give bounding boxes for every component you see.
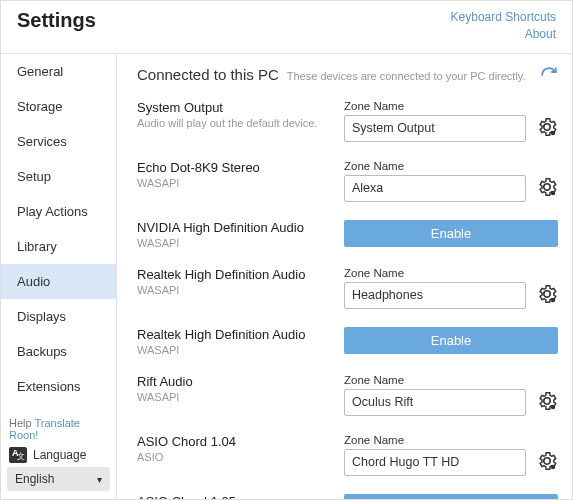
device-info: Echo Dot-8K9 StereoWASAPI — [137, 160, 332, 189]
device-info: Rift AudioWASAPI — [137, 374, 332, 403]
sidebar-nav: GeneralStorageServicesSetupPlay ActionsL… — [1, 54, 116, 413]
device-row: ASIO Chord 1.04ASIOZone Name — [137, 434, 558, 476]
zone-block: Zone Name — [344, 434, 526, 476]
device-driver: WASAPI — [137, 391, 332, 403]
device-info: NVIDIA High Definition AudioWASAPI — [137, 220, 332, 249]
device-name: NVIDIA High Definition Audio — [137, 220, 332, 235]
device-info: ASIO Chord 1.05ASIO — [137, 494, 332, 499]
chevron-down-icon: ▾ — [97, 474, 102, 485]
device-controls: Enable — [344, 494, 558, 499]
gear-icon[interactable] — [536, 283, 558, 305]
device-row: Realtek High Definition AudioWASAPIEnabl… — [137, 327, 558, 356]
help-prefix: Help — [9, 417, 34, 429]
header: Settings Keyboard Shortcuts About — [1, 1, 572, 54]
device-name: ASIO Chord 1.04 — [137, 434, 332, 449]
device-row: NVIDIA High Definition AudioWASAPIEnable — [137, 220, 558, 249]
language-label-row: Language — [7, 445, 110, 467]
section-header: Connected to this PC These devices are c… — [137, 66, 558, 84]
device-name: Rift Audio — [137, 374, 332, 389]
about-link[interactable]: About — [451, 26, 556, 43]
enable-button[interactable]: Enable — [344, 327, 558, 354]
help-translate-line: Help Translate Roon! — [7, 413, 110, 445]
gear-icon[interactable] — [536, 450, 558, 472]
device-info: System OutputAudio will play out the def… — [137, 100, 332, 129]
sidebar-item-extensions[interactable]: Extensions — [1, 369, 116, 404]
device-driver: ASIO — [137, 451, 332, 463]
sidebar-item-play-actions[interactable]: Play Actions — [1, 194, 116, 229]
device-controls: Zone Name — [344, 267, 558, 309]
gear-icon[interactable] — [536, 116, 558, 138]
zone-name-label: Zone Name — [344, 267, 526, 279]
zone-name-label: Zone Name — [344, 434, 526, 446]
svg-point-0 — [551, 130, 556, 135]
zone-name-label: Zone Name — [344, 160, 526, 172]
device-row: System OutputAudio will play out the def… — [137, 100, 558, 142]
refresh-icon[interactable] — [540, 66, 558, 84]
language-select[interactable]: English ▾ — [7, 467, 110, 491]
device-controls: Enable — [344, 327, 558, 354]
zone-name-input[interactable] — [344, 282, 526, 309]
main-panel: Connected to this PC These devices are c… — [117, 54, 572, 499]
device-name: ASIO Chord 1.05 — [137, 494, 332, 499]
device-row: ASIO Chord 1.05ASIOEnable — [137, 494, 558, 499]
language-label: Language — [33, 448, 86, 462]
sidebar: GeneralStorageServicesSetupPlay ActionsL… — [1, 54, 117, 499]
device-row: Echo Dot-8K9 StereoWASAPIZone Name — [137, 160, 558, 202]
device-info: Realtek High Definition AudioWASAPI — [137, 327, 332, 356]
device-driver: WASAPI — [137, 237, 332, 249]
svg-point-2 — [551, 297, 556, 302]
device-controls: Zone Name — [344, 374, 558, 416]
zone-block: Zone Name — [344, 374, 526, 416]
sidebar-item-account[interactable]: Account — [1, 404, 116, 413]
device-controls: Zone Name — [344, 160, 558, 202]
sidebar-item-setup[interactable]: Setup — [1, 159, 116, 194]
zone-name-input[interactable] — [344, 175, 526, 202]
device-name: Realtek High Definition Audio — [137, 327, 332, 342]
sidebar-item-general[interactable]: General — [1, 54, 116, 89]
zone-name-label: Zone Name — [344, 374, 526, 386]
zone-name-input[interactable] — [344, 449, 526, 476]
device-driver: WASAPI — [137, 177, 332, 189]
device-driver: Audio will play out the default device. — [137, 117, 332, 129]
device-name: Echo Dot-8K9 Stereo — [137, 160, 332, 175]
gear-icon[interactable] — [536, 176, 558, 198]
sidebar-item-backups[interactable]: Backups — [1, 334, 116, 369]
language-icon — [9, 447, 27, 463]
section-subtitle: These devices are connected to your PC d… — [287, 70, 526, 82]
keyboard-shortcuts-link[interactable]: Keyboard Shortcuts — [451, 9, 556, 26]
sidebar-item-library[interactable]: Library — [1, 229, 116, 264]
device-name: Realtek High Definition Audio — [137, 267, 332, 282]
sidebar-item-storage[interactable]: Storage — [1, 89, 116, 124]
device-driver: WASAPI — [137, 284, 332, 296]
zone-block: Zone Name — [344, 267, 526, 309]
page-title: Settings — [17, 9, 96, 43]
device-controls: Enable — [344, 220, 558, 247]
zone-block: Zone Name — [344, 100, 526, 142]
device-name: System Output — [137, 100, 332, 115]
sidebar-footer: Help Translate Roon! Language English ▾ — [1, 413, 116, 499]
device-row: Realtek High Definition AudioWASAPIZone … — [137, 267, 558, 309]
header-links: Keyboard Shortcuts About — [451, 9, 556, 43]
enable-button[interactable]: Enable — [344, 494, 558, 499]
section-title: Connected to this PC — [137, 66, 279, 83]
sidebar-item-services[interactable]: Services — [1, 124, 116, 159]
device-row: Rift AudioWASAPIZone Name — [137, 374, 558, 416]
zone-name-input[interactable] — [344, 115, 526, 142]
device-list: System OutputAudio will play out the def… — [137, 100, 558, 499]
device-info: ASIO Chord 1.04ASIO — [137, 434, 332, 463]
zone-block: Zone Name — [344, 160, 526, 202]
zone-name-label: Zone Name — [344, 100, 526, 112]
svg-point-4 — [551, 464, 556, 469]
sidebar-item-audio[interactable]: Audio — [1, 264, 116, 299]
gear-icon[interactable] — [536, 390, 558, 412]
device-controls: Zone Name — [344, 100, 558, 142]
language-value: English — [15, 472, 54, 486]
device-driver: WASAPI — [137, 344, 332, 356]
sidebar-item-displays[interactable]: Displays — [1, 299, 116, 334]
svg-point-3 — [551, 404, 556, 409]
device-info: Realtek High Definition AudioWASAPI — [137, 267, 332, 296]
device-controls: Zone Name — [344, 434, 558, 476]
zone-name-input[interactable] — [344, 389, 526, 416]
enable-button[interactable]: Enable — [344, 220, 558, 247]
svg-point-1 — [551, 190, 556, 195]
